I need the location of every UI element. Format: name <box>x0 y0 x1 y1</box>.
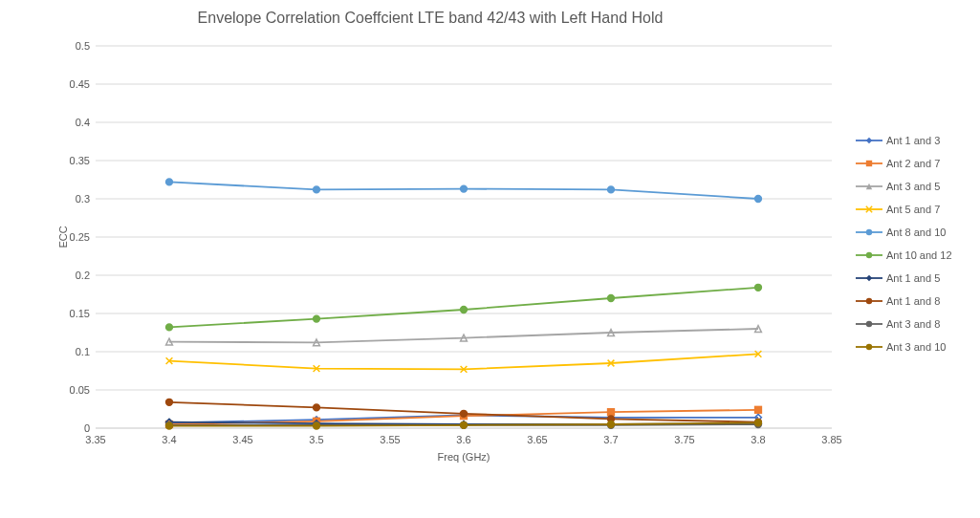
y-tick-label: 0.25 <box>70 231 90 243</box>
x-tick-label: 3.35 <box>85 434 105 445</box>
x-axis-title: Freq (GHz) <box>438 451 490 463</box>
legend-item: Ant 3 and 10 <box>856 335 952 358</box>
legend-swatch <box>856 248 882 262</box>
svg-rect-14 <box>608 409 615 416</box>
svg-point-24 <box>608 295 615 302</box>
legend-item: Ant 8 and 10 <box>856 221 952 244</box>
svg-point-47 <box>866 229 872 235</box>
svg-point-56 <box>866 344 872 350</box>
svg-point-38 <box>461 421 468 428</box>
legend-item: Ant 3 and 5 <box>856 175 952 198</box>
x-tick-label: 3.65 <box>527 434 547 445</box>
svg-point-27 <box>314 404 320 411</box>
svg-point-25 <box>755 284 762 291</box>
svg-point-28 <box>461 410 468 417</box>
svg-point-52 <box>866 298 872 304</box>
y-tick-label: 0 <box>84 422 90 434</box>
legend-swatch <box>856 226 882 239</box>
series-line <box>166 326 762 346</box>
y-tick-label: 0.45 <box>70 78 90 90</box>
chart-container: Envelope Correlation Coeffcient LTE band… <box>0 0 980 518</box>
svg-point-20 <box>755 196 762 203</box>
svg-point-39 <box>608 421 615 428</box>
legend-item: Ant 5 and 7 <box>856 198 952 221</box>
y-tick-label: 0.15 <box>70 308 90 319</box>
svg-point-40 <box>755 420 762 426</box>
y-tick-label: 0.5 <box>76 40 90 52</box>
legend-item: Ant 2 and 7 <box>856 152 952 175</box>
legend-label: Ant 1 and 3 <box>886 135 940 146</box>
legend-swatch <box>856 340 882 354</box>
legend-swatch <box>856 317 882 331</box>
x-tick-label: 3.4 <box>162 434 176 445</box>
y-tick-label: 0.4 <box>76 117 90 128</box>
svg-point-19 <box>608 186 615 193</box>
legend-swatch <box>856 180 882 193</box>
x-tick-label: 3.7 <box>603 434 618 445</box>
svg-point-16 <box>166 179 173 185</box>
x-tick-label: 3.6 <box>456 434 470 445</box>
svg-point-22 <box>314 315 320 322</box>
legend-swatch <box>856 203 882 216</box>
x-tick-label: 3.45 <box>232 434 252 445</box>
legend-label: Ant 1 and 8 <box>886 295 940 307</box>
series-line <box>166 351 762 373</box>
chart-title: Envelope Correlation Coeffcient LTE band… <box>0 10 860 27</box>
legend-label: Ant 2 and 7 <box>886 158 940 169</box>
legend-label: Ant 3 and 5 <box>886 181 940 192</box>
x-tick-label: 3.8 <box>751 434 765 445</box>
svg-point-17 <box>314 186 320 193</box>
chart-svg: 00.050.10.150.20.250.30.350.40.450.53.35… <box>57 38 841 468</box>
svg-point-54 <box>866 321 872 327</box>
x-tick-label: 3.55 <box>380 434 400 445</box>
y-tick-label: 0.35 <box>70 155 90 166</box>
legend-item: Ant 3 and 8 <box>856 313 952 335</box>
legend-label: Ant 5 and 7 <box>886 204 940 215</box>
y-gridlines <box>96 46 832 428</box>
y-axis-title: ECC <box>57 226 69 248</box>
y-tick-label: 0.3 <box>76 193 90 205</box>
svg-point-21 <box>166 324 173 331</box>
y-tick-label: 0.2 <box>76 270 90 281</box>
svg-point-36 <box>166 422 173 429</box>
plot-area: 00.050.10.150.20.250.30.350.40.450.53.35… <box>57 38 841 468</box>
svg-point-49 <box>866 252 872 258</box>
legend-label: Ant 1 and 5 <box>886 272 940 284</box>
svg-point-37 <box>314 422 320 429</box>
series-line <box>166 284 762 330</box>
legend-swatch <box>856 157 882 170</box>
legend-item: Ant 1 and 3 <box>856 129 952 152</box>
y-tick-label: 0.05 <box>70 384 90 396</box>
svg-point-26 <box>166 399 173 405</box>
legend-swatch <box>856 134 882 147</box>
x-tick-label: 3.85 <box>821 434 841 445</box>
legend-label: Ant 3 and 8 <box>886 318 940 330</box>
legend-label: Ant 8 and 10 <box>886 227 946 238</box>
legend-label: Ant 10 and 12 <box>886 249 952 261</box>
svg-point-18 <box>461 185 468 192</box>
legend-item: Ant 1 and 8 <box>856 290 952 313</box>
legend: Ant 1 and 3Ant 2 and 7Ant 3 and 5Ant 5 a… <box>856 129 952 358</box>
x-tick-label: 3.5 <box>309 434 323 445</box>
legend-swatch <box>856 271 882 285</box>
y-tick-label: 0.1 <box>76 346 90 357</box>
legend-label: Ant 3 and 10 <box>886 341 946 353</box>
legend-swatch <box>856 294 882 308</box>
legend-item: Ant 10 and 12 <box>856 244 952 267</box>
x-tick-label: 3.75 <box>674 434 694 445</box>
svg-rect-15 <box>755 406 762 413</box>
svg-point-23 <box>461 307 468 313</box>
svg-rect-43 <box>866 161 872 166</box>
legend-item: Ant 1 and 5 <box>856 267 952 290</box>
